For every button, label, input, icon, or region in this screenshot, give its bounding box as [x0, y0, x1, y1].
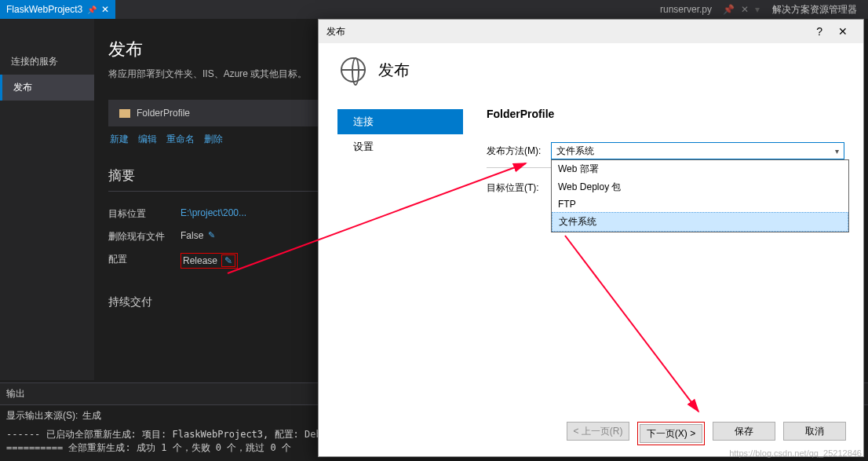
config-label: 配置 [108, 253, 181, 269]
publish-method-label: 发布方法(M): [487, 145, 551, 158]
option-webdeploy[interactable]: Web 部署 [552, 160, 848, 178]
pin-icon[interactable]: 📌 [87, 5, 97, 14]
sidebar-item-services[interactable]: 连接的服务 [0, 49, 94, 75]
close-button[interactable]: ✕ [830, 22, 855, 41]
target-location-label: 目标位置(T): [487, 181, 551, 195]
next-button[interactable]: 下一页(X) > [640, 424, 702, 443]
profile-name: FolderProfile [137, 108, 190, 119]
option-webdeploy-pkg[interactable]: Web Deploy 包 [552, 178, 848, 196]
dialog-nav: 连接 设置 [337, 103, 463, 411]
publish-dialog: 发布 ? ✕ 发布 连接 设置 FolderProfile 发布方法(M): 文… [318, 19, 864, 457]
publish-method-value: 文件系统 [556, 145, 594, 158]
close-icon[interactable]: ✕ [101, 4, 109, 15]
publish-method-row: 发布方法(M): 文件系统 Web 部署 Web Deploy 包 FTP 文件… [487, 142, 844, 159]
dialog-titlebar[interactable]: 发布 ? ✕ [319, 20, 863, 43]
nav-item-settings[interactable]: 设置 [337, 134, 463, 159]
edit-icon[interactable]: ✎ [221, 254, 235, 267]
delete-label: 删除现有文件 [108, 230, 181, 243]
dialog-heading: 发布 [378, 60, 410, 81]
watermark: https://blog.csdn.net/qq_25212846 [729, 448, 862, 458]
form-profile-name: FolderProfile [487, 108, 844, 120]
close-icon[interactable]: ✕ [741, 4, 749, 15]
edit-icon[interactable]: ✎ [208, 230, 215, 243]
document-tab-label: FlaskWebProject3 [6, 4, 82, 15]
edit-link[interactable]: 编辑 [138, 133, 157, 146]
sidebar-item-publish[interactable]: 发布 [0, 75, 94, 101]
delete-link[interactable]: 删除 [204, 133, 223, 146]
dialog-header: 发布 [319, 43, 863, 95]
folder-icon [119, 109, 130, 118]
open-file-label[interactable]: runserver.py [655, 1, 717, 18]
dropdown-icon[interactable]: ▾ [755, 4, 760, 15]
main-tab-bar: FlaskWebProject3 📌 ✕ runserver.py 📌 ✕ ▾ … [0, 0, 868, 19]
globe-icon [341, 57, 366, 82]
cancel-button[interactable]: 取消 [783, 422, 846, 441]
target-value[interactable]: E:\project\200... [181, 207, 246, 221]
rename-link[interactable]: 重命名 [166, 133, 195, 146]
next-highlight-box: 下一页(X) > [637, 422, 705, 445]
target-label: 目标位置 [108, 207, 181, 221]
dialog-title-text: 发布 [326, 25, 345, 38]
dialog-form: FolderProfile 发布方法(M): 文件系统 Web 部署 Web D… [463, 103, 844, 411]
document-tab[interactable]: FlaskWebProject3 📌 ✕ [0, 0, 115, 19]
new-link[interactable]: 新建 [110, 133, 129, 146]
option-ftp[interactable]: FTP [552, 196, 848, 212]
output-source-value[interactable]: 生成 [82, 409, 101, 423]
output-source-label: 显示输出来源(S): [6, 409, 78, 423]
publish-method-dropdown: Web 部署 Web Deploy 包 FTP 文件系统 [551, 159, 849, 232]
prev-button: < 上一页(R) [567, 422, 629, 441]
config-value: Release [183, 255, 217, 266]
solution-explorer-tab[interactable]: 解决方案资源管理器 [766, 0, 863, 20]
left-sidebar: 连接的服务 发布 [0, 19, 94, 380]
publish-method-select[interactable]: 文件系统 [551, 142, 844, 159]
save-button[interactable]: 保存 [713, 422, 775, 441]
config-highlight-box: Release ✎ [181, 253, 238, 269]
option-filesystem[interactable]: 文件系统 [552, 212, 848, 232]
pin-icon[interactable]: 📌 [723, 4, 735, 15]
delete-value: False [181, 230, 203, 243]
help-button[interactable]: ? [808, 22, 830, 41]
nav-item-connection[interactable]: 连接 [337, 109, 463, 134]
